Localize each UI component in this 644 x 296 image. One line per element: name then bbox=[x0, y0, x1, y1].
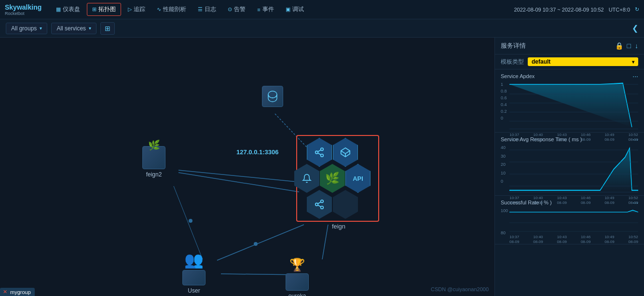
group-chevron-icon: ▾ bbox=[40, 26, 42, 31]
main-area: 127.0.0.1:3306 🌿 feign2 👥 User bbox=[0, 38, 644, 296]
feign-hex-leaf-center[interactable]: 🌿 bbox=[320, 164, 345, 193]
bottom-tab[interactable]: ✕ mygroup bbox=[0, 288, 35, 296]
panel-window-icon[interactable]: □ bbox=[627, 42, 631, 50]
nav-performance[interactable]: ∿ 性能剖析 bbox=[152, 3, 191, 15]
user-cube bbox=[182, 270, 206, 285]
event-icon: ≡ bbox=[257, 7, 260, 13]
svg-line-0 bbox=[178, 170, 301, 182]
alert-icon: ⊙ bbox=[228, 6, 232, 13]
svg-point-15 bbox=[315, 203, 318, 206]
brand-logo: Skywalking Rocketbot bbox=[5, 3, 41, 16]
svg-line-4 bbox=[217, 225, 304, 260]
chart-apdex-svg bbox=[501, 82, 638, 130]
chart-apdex-header: Service Apdex ··· bbox=[501, 72, 638, 80]
chart-response-y-labels: 40 30 20 10 0 bbox=[501, 145, 508, 184]
panel-lock-icon[interactable]: 🔒 bbox=[615, 42, 623, 50]
panel-header: 服务详情 🔒 □ ↓ bbox=[495, 38, 644, 54]
chart-apdex-more[interactable]: ··· bbox=[632, 72, 638, 80]
svg-point-16 bbox=[321, 206, 324, 209]
panel-download-icon[interactable]: ↓ bbox=[635, 42, 638, 50]
connections-svg bbox=[0, 38, 494, 296]
nav-event[interactable]: ≡ 事件 bbox=[252, 3, 278, 15]
collapse-icon[interactable]: ❮ bbox=[632, 24, 638, 33]
topology-icon: ⊞ bbox=[92, 6, 96, 13]
feign-node[interactable]: 🌿 API feign bbox=[297, 136, 380, 230]
log-icon: ☰ bbox=[198, 6, 203, 13]
debug-icon: ▣ bbox=[286, 6, 290, 13]
chart-success-x-labels: 10:3708-09 10:4008-09 10:4308-09 10:4608… bbox=[501, 235, 638, 244]
svg-point-7 bbox=[189, 219, 192, 223]
service-label: All services bbox=[56, 25, 86, 32]
nav-debug[interactable]: ▣ 调试 bbox=[281, 3, 309, 15]
chart-success-y-labels: 100 80 bbox=[501, 208, 508, 235]
feign-hex-share2[interactable] bbox=[307, 190, 332, 219]
nav-log[interactable]: ☰ 日志 bbox=[193, 3, 221, 15]
chart-response-svg bbox=[501, 145, 638, 193]
user-node[interactable]: 👥 User bbox=[182, 251, 206, 294]
chart-apdex-section: Service Apdex ··· 1 0.8 0.6 0.4 0.2 0 bbox=[495, 69, 644, 133]
refresh-icon[interactable]: ↻ bbox=[635, 6, 639, 13]
bottom-tab-close-icon[interactable]: ✕ bbox=[3, 289, 7, 295]
nav-event-label: 事件 bbox=[262, 5, 274, 13]
svg-line-6 bbox=[174, 186, 203, 259]
feign-hex-api[interactable]: API bbox=[345, 164, 370, 193]
template-select-dropdown[interactable]: default ▾ bbox=[528, 57, 638, 66]
brand-name: Skywalking bbox=[5, 3, 41, 11]
nav-alert[interactable]: ⊙ 告警 bbox=[223, 3, 250, 15]
svg-point-11 bbox=[321, 154, 324, 157]
performance-icon: ∿ bbox=[157, 6, 161, 13]
template-row: 模板类型 default ▾ bbox=[495, 54, 644, 69]
feign-hex-layers[interactable] bbox=[333, 138, 358, 167]
chart-success-area: 100 80 10:3 bbox=[501, 208, 638, 242]
timezone: UTC+8:0 bbox=[609, 7, 630, 13]
user-icon: 👥 bbox=[184, 251, 204, 269]
topnav-right: 2022-08-09 10:37 ~ 2022-08-09 10:52 UTC+… bbox=[514, 6, 639, 13]
svg-point-9 bbox=[321, 148, 324, 151]
eureka-icon: 🏆 bbox=[289, 257, 305, 272]
service-chevron-icon: ▾ bbox=[89, 26, 91, 31]
template-select-value: default bbox=[532, 58, 550, 65]
chart-apdex-area: 1 0.8 0.6 0.4 0.2 0 bbox=[501, 82, 638, 130]
chart-success-svg bbox=[501, 208, 638, 232]
svg-point-14 bbox=[321, 200, 324, 203]
watermark: CSDN @cuiyaonan2000 bbox=[431, 286, 489, 292]
svg-point-10 bbox=[315, 151, 318, 154]
eureka-cube bbox=[286, 273, 309, 291]
bottom-tab-label: mygroup bbox=[10, 289, 31, 295]
feign2-node[interactable]: 🌿 feign2 bbox=[142, 146, 165, 178]
service-dropdown[interactable]: All services ▾ bbox=[51, 23, 96, 34]
dashboard-icon: ▦ bbox=[56, 6, 61, 13]
nav-topology[interactable]: ⊞ 拓扑图 bbox=[87, 3, 121, 16]
right-panel: 服务详情 🔒 □ ↓ 模板类型 default ▾ Service Apdex … bbox=[494, 38, 644, 296]
nav-log-label: 日志 bbox=[205, 5, 216, 13]
top-navigation: Skywalking Rocketbot ▦ 仪表盘 ⊞ 拓扑图 ▷ 追踪 ∿ … bbox=[0, 0, 644, 19]
eureka-node[interactable]: 🏆 eureka bbox=[286, 257, 309, 296]
chart-apdex-title: Service Apdex bbox=[501, 73, 534, 79]
panel-header-icons: 🔒 □ ↓ bbox=[615, 42, 638, 50]
feign-label: feign bbox=[297, 223, 380, 230]
eureka-label: eureka bbox=[288, 293, 306, 296]
feign-hex-share[interactable] bbox=[307, 138, 332, 167]
toolbar: All groups ▾ All services ▾ ⊞ ❮ bbox=[0, 19, 644, 38]
chart-response-x-labels: 10:3708-09 10:4008-09 10:4308-09 10:4608… bbox=[501, 196, 638, 205]
panel-title: 服务详情 bbox=[501, 41, 526, 50]
nav-trace[interactable]: ▷ 追踪 bbox=[123, 3, 150, 15]
graph-canvas: 127.0.0.1:3306 🌿 feign2 👥 User bbox=[0, 38, 494, 296]
svg-line-1 bbox=[178, 173, 299, 192]
nav-dashboard[interactable]: ▦ 仪表盘 bbox=[51, 3, 85, 15]
ip-label: 127.0.0.1:3306 bbox=[236, 148, 278, 156]
nav-performance-label: 性能剖析 bbox=[163, 5, 186, 13]
layout-icon-btn[interactable]: ⊞ bbox=[100, 22, 115, 35]
chart-response-area: 40 30 20 10 0 bbox=[501, 145, 638, 193]
group-label: All groups bbox=[11, 25, 37, 32]
feign2-label: feign2 bbox=[146, 171, 162, 178]
nav-topology-label: 拓扑图 bbox=[98, 5, 116, 13]
group-dropdown[interactable]: All groups ▾ bbox=[6, 23, 47, 34]
nav-trace-label: 追踪 bbox=[134, 5, 145, 13]
svg-point-8 bbox=[254, 242, 258, 246]
chart-response-section: Service Avg Response Time ( ms ) ··· 40 … bbox=[495, 133, 644, 196]
feign-hex-bell[interactable] bbox=[294, 164, 319, 193]
trace-icon: ▷ bbox=[128, 6, 132, 13]
db-top-node[interactable] bbox=[262, 86, 283, 107]
brand-sub: Rocketbot bbox=[5, 11, 41, 16]
